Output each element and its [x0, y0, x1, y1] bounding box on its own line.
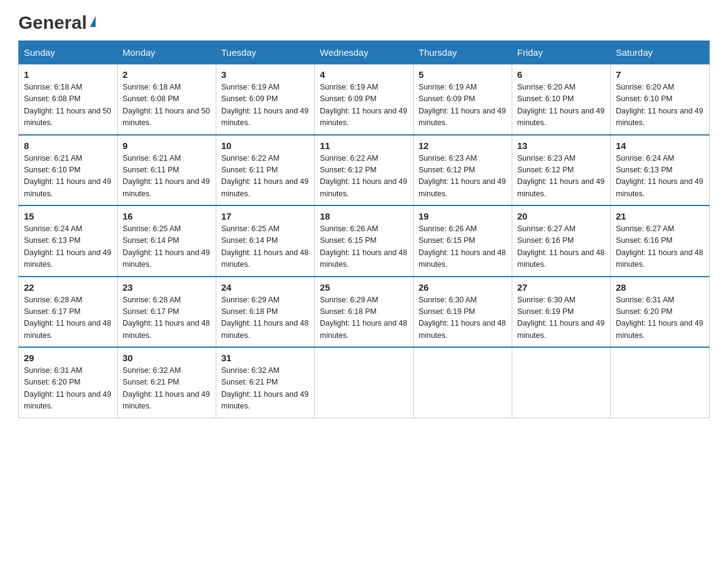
- day-info: Sunrise: 6:22 AMSunset: 6:12 PMDaylight:…: [320, 154, 407, 198]
- day-info: Sunrise: 6:19 AMSunset: 6:09 PMDaylight:…: [419, 83, 506, 127]
- day-number: 30: [123, 353, 211, 363]
- calendar-cell: 13 Sunrise: 6:23 AMSunset: 6:12 PMDaylig…: [512, 135, 611, 206]
- calendar-cell: 2 Sunrise: 6:18 AMSunset: 6:08 PMDayligh…: [118, 64, 216, 135]
- calendar-week-4: 22 Sunrise: 6:28 AMSunset: 6:17 PMDaylig…: [19, 277, 710, 348]
- calendar-cell: 20 Sunrise: 6:27 AMSunset: 6:16 PMDaylig…: [512, 205, 611, 277]
- day-number: 16: [123, 211, 211, 221]
- calendar-cell: 4 Sunrise: 6:19 AMSunset: 6:09 PMDayligh…: [315, 64, 414, 135]
- day-number: 31: [221, 353, 309, 363]
- day-number: 8: [24, 140, 112, 151]
- calendar-cell: 30 Sunrise: 6:32 AMSunset: 6:21 PMDaylig…: [118, 347, 216, 418]
- day-info: Sunrise: 6:31 AMSunset: 6:20 PMDaylight:…: [24, 366, 111, 410]
- day-number: 18: [320, 211, 408, 221]
- calendar-cell: 11 Sunrise: 6:22 AMSunset: 6:12 PMDaylig…: [315, 135, 414, 206]
- day-number: 21: [616, 211, 704, 221]
- calendar-cell: 26 Sunrise: 6:30 AMSunset: 6:19 PMDaylig…: [414, 277, 512, 348]
- day-info: Sunrise: 6:21 AMSunset: 6:11 PMDaylight:…: [123, 154, 210, 198]
- day-number: 24: [221, 282, 309, 293]
- day-number: 17: [221, 211, 309, 221]
- day-info: Sunrise: 6:23 AMSunset: 6:12 PMDaylight:…: [419, 154, 506, 198]
- calendar-cell: 15 Sunrise: 6:24 AMSunset: 6:13 PMDaylig…: [19, 205, 118, 277]
- day-number: 29: [24, 353, 112, 363]
- calendar-cell: 19 Sunrise: 6:26 AMSunset: 6:15 PMDaylig…: [414, 205, 512, 277]
- logo: General: [18, 12, 96, 28]
- day-info: Sunrise: 6:24 AMSunset: 6:13 PMDaylight:…: [24, 224, 111, 269]
- calendar-cell: 27 Sunrise: 6:30 AMSunset: 6:19 PMDaylig…: [512, 277, 611, 348]
- day-number: 25: [320, 282, 408, 293]
- calendar-cell: 12 Sunrise: 6:23 AMSunset: 6:12 PMDaylig…: [414, 135, 512, 206]
- day-info: Sunrise: 6:31 AMSunset: 6:20 PMDaylight:…: [616, 296, 703, 340]
- day-number: 9: [123, 140, 211, 151]
- day-number: 11: [320, 140, 408, 151]
- day-info: Sunrise: 6:29 AMSunset: 6:18 PMDaylight:…: [320, 296, 407, 340]
- calendar-cell: [512, 347, 611, 418]
- weekday-header-saturday: Saturday: [611, 41, 710, 64]
- day-number: 28: [616, 282, 704, 293]
- weekday-header-sunday: Sunday: [19, 41, 118, 64]
- day-info: Sunrise: 6:24 AMSunset: 6:13 PMDaylight:…: [616, 154, 703, 198]
- calendar-cell: 22 Sunrise: 6:28 AMSunset: 6:17 PMDaylig…: [19, 277, 118, 348]
- calendar-cell: [414, 347, 512, 418]
- calendar-cell: 31 Sunrise: 6:32 AMSunset: 6:21 PMDaylig…: [216, 347, 315, 418]
- calendar-cell: 1 Sunrise: 6:18 AMSunset: 6:08 PMDayligh…: [19, 64, 118, 135]
- day-info: Sunrise: 6:25 AMSunset: 6:14 PMDaylight:…: [221, 224, 308, 269]
- calendar-week-3: 15 Sunrise: 6:24 AMSunset: 6:13 PMDaylig…: [19, 205, 710, 277]
- calendar-cell: [611, 347, 710, 418]
- calendar-cell: 14 Sunrise: 6:24 AMSunset: 6:13 PMDaylig…: [611, 135, 710, 206]
- day-info: Sunrise: 6:25 AMSunset: 6:14 PMDaylight:…: [123, 224, 210, 269]
- day-number: 7: [616, 69, 704, 80]
- calendar-cell: 9 Sunrise: 6:21 AMSunset: 6:11 PMDayligh…: [118, 135, 216, 206]
- day-info: Sunrise: 6:20 AMSunset: 6:10 PMDaylight:…: [517, 83, 604, 127]
- calendar-table: SundayMondayTuesdayWednesdayThursdayFrid…: [18, 40, 710, 418]
- calendar-cell: 5 Sunrise: 6:19 AMSunset: 6:09 PMDayligh…: [414, 64, 512, 135]
- day-number: 10: [221, 140, 309, 151]
- calendar-week-1: 1 Sunrise: 6:18 AMSunset: 6:08 PMDayligh…: [19, 64, 710, 135]
- calendar-cell: 17 Sunrise: 6:25 AMSunset: 6:14 PMDaylig…: [216, 205, 315, 277]
- weekday-header-tuesday: Tuesday: [216, 41, 315, 64]
- logo-general: General: [18, 12, 87, 33]
- day-info: Sunrise: 6:22 AMSunset: 6:11 PMDaylight:…: [221, 154, 308, 198]
- day-number: 3: [221, 69, 309, 80]
- day-info: Sunrise: 6:28 AMSunset: 6:17 PMDaylight:…: [24, 296, 111, 340]
- day-info: Sunrise: 6:26 AMSunset: 6:15 PMDaylight:…: [419, 224, 506, 269]
- day-info: Sunrise: 6:26 AMSunset: 6:15 PMDaylight:…: [320, 224, 407, 269]
- day-number: 27: [517, 282, 605, 293]
- day-info: Sunrise: 6:32 AMSunset: 6:21 PMDaylight:…: [123, 366, 210, 410]
- day-number: 6: [517, 69, 605, 80]
- weekday-header-wednesday: Wednesday: [315, 41, 414, 64]
- day-number: 13: [517, 140, 605, 151]
- calendar-cell: 10 Sunrise: 6:22 AMSunset: 6:11 PMDaylig…: [216, 135, 315, 206]
- calendar-week-5: 29 Sunrise: 6:31 AMSunset: 6:20 PMDaylig…: [19, 347, 710, 418]
- day-number: 20: [517, 211, 605, 221]
- calendar-cell: 7 Sunrise: 6:20 AMSunset: 6:10 PMDayligh…: [611, 64, 710, 135]
- day-number: 22: [24, 282, 112, 293]
- day-number: 14: [616, 140, 704, 151]
- logo-triangle-icon: [90, 16, 96, 27]
- calendar-cell: 6 Sunrise: 6:20 AMSunset: 6:10 PMDayligh…: [512, 64, 611, 135]
- day-info: Sunrise: 6:23 AMSunset: 6:12 PMDaylight:…: [517, 154, 604, 198]
- day-info: Sunrise: 6:18 AMSunset: 6:08 PMDaylight:…: [123, 83, 210, 127]
- page-header: General: [18, 12, 710, 28]
- day-number: 2: [123, 69, 211, 80]
- weekday-header-thursday: Thursday: [414, 41, 512, 64]
- day-number: 26: [419, 282, 507, 293]
- weekday-header-monday: Monday: [118, 41, 216, 64]
- day-info: Sunrise: 6:32 AMSunset: 6:21 PMDaylight:…: [221, 366, 308, 410]
- day-number: 19: [419, 211, 507, 221]
- calendar-cell: 25 Sunrise: 6:29 AMSunset: 6:18 PMDaylig…: [315, 277, 414, 348]
- day-info: Sunrise: 6:27 AMSunset: 6:16 PMDaylight:…: [517, 224, 604, 269]
- weekday-header-row: SundayMondayTuesdayWednesdayThursdayFrid…: [19, 41, 710, 64]
- day-info: Sunrise: 6:27 AMSunset: 6:16 PMDaylight:…: [616, 224, 703, 269]
- calendar-cell: 8 Sunrise: 6:21 AMSunset: 6:10 PMDayligh…: [19, 135, 118, 206]
- day-info: Sunrise: 6:21 AMSunset: 6:10 PMDaylight:…: [24, 154, 111, 198]
- day-info: Sunrise: 6:18 AMSunset: 6:08 PMDaylight:…: [24, 83, 111, 127]
- calendar-cell: 24 Sunrise: 6:29 AMSunset: 6:18 PMDaylig…: [216, 277, 315, 348]
- calendar-cell: 21 Sunrise: 6:27 AMSunset: 6:16 PMDaylig…: [611, 205, 710, 277]
- day-info: Sunrise: 6:19 AMSunset: 6:09 PMDaylight:…: [320, 83, 407, 127]
- calendar-cell: [315, 347, 414, 418]
- day-number: 5: [419, 69, 507, 80]
- calendar-cell: 28 Sunrise: 6:31 AMSunset: 6:20 PMDaylig…: [611, 277, 710, 348]
- day-number: 1: [24, 69, 112, 80]
- day-info: Sunrise: 6:28 AMSunset: 6:17 PMDaylight:…: [123, 296, 210, 340]
- day-number: 15: [24, 211, 112, 221]
